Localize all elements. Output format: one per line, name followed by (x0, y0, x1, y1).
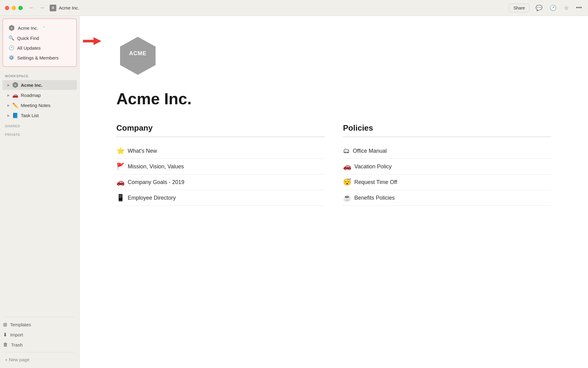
svg-text:ACME: ACME (129, 50, 147, 56)
benefits-policies-link[interactable]: ☕ Benefits Policies (343, 190, 551, 206)
company-column: Company ⭐ What's New 🚩 Mission, Vision, … (116, 123, 325, 206)
sidebar-top-menu: A Acme Inc. ⌃ 🔍 Quick Find 🕐 All Updates… (2, 18, 77, 67)
meeting-notes-label: Meeting Notes (21, 103, 51, 108)
task-list-label: Task List (21, 113, 39, 118)
page-title: Acme Inc. (116, 90, 551, 108)
vacation-policy-emoji: 🚗 (343, 163, 351, 171)
chevron-icon: ▶ (7, 83, 10, 87)
import-label: Import (10, 332, 23, 337)
request-time-off-label: Request Time Off (354, 179, 397, 186)
chevron-icon: ▶ (7, 104, 10, 107)
quick-find-label: Quick Find (17, 36, 39, 41)
employee-directory-label: Employee Directory (128, 195, 176, 201)
quick-find-item[interactable]: 🔍 Quick Find (6, 33, 74, 43)
whats-new-emoji: ⭐ (116, 147, 125, 155)
chevron-icon: ▶ (7, 94, 10, 97)
forward-button[interactable]: → (38, 3, 46, 12)
window-controls (5, 6, 23, 10)
minimize-button[interactable] (12, 6, 16, 10)
import-icon: ⬇ (3, 332, 7, 338)
roadmap-emoji: 🚗 (12, 92, 18, 98)
page-logo-area: ACME (116, 34, 551, 77)
maximize-button[interactable] (18, 6, 23, 10)
company-goals-link[interactable]: 🚗 Company Goals - 2019 (116, 174, 325, 190)
main-content: ACME Acme Inc. Company ⭐ What's New 🚩 Mi… (80, 16, 588, 368)
whats-new-label: What's New (128, 148, 157, 154)
mission-link[interactable]: 🚩 Mission, Vision, Values (116, 159, 325, 174)
office-manual-label: Office Manual (353, 148, 387, 154)
sidebar-item-roadmap[interactable]: ▶ 🚗 Roadmap (2, 90, 77, 100)
workspace-icon: A (50, 5, 56, 11)
new-page-button[interactable]: + New page (0, 355, 79, 364)
company-goals-emoji: 🚗 (116, 178, 125, 186)
request-time-off-emoji: 😴 (343, 178, 351, 186)
employee-directory-emoji: 📱 (116, 194, 125, 202)
app-body: A Acme Inc. ⌃ 🔍 Quick Find 🕐 All Updates… (0, 16, 588, 368)
chevron-icon: ▶ (7, 114, 10, 117)
star-icon[interactable]: ☆ (563, 3, 570, 13)
company-goals-label: Company Goals - 2019 (128, 179, 184, 186)
policies-heading: Policies (343, 123, 551, 137)
office-manual-emoji: 🗂 (343, 147, 350, 155)
sidebar-divider (5, 317, 74, 317)
acme-inc-label: Acme Inc. (21, 82, 43, 88)
back-button[interactable]: ← (28, 3, 36, 12)
workspace-icon-small: A (9, 25, 15, 31)
workspace-header: WORKSPACE (0, 69, 79, 80)
content-columns: Company ⭐ What's New 🚩 Mission, Vision, … (116, 123, 551, 206)
history-icon[interactable]: 🕐 (548, 3, 558, 13)
request-time-off-link[interactable]: 😴 Request Time Off (343, 174, 551, 190)
comment-icon[interactable]: 💬 (534, 3, 544, 13)
breadcrumb-title: Acme Inc. (59, 5, 79, 10)
settings-item[interactable]: ⚙️ Settings & Members (6, 53, 74, 63)
sidebar-item-acme-inc[interactable]: ▶ A Acme Inc. (2, 80, 77, 90)
settings-icon: ⚙️ (9, 55, 14, 60)
employee-directory-link[interactable]: 📱 Employee Directory (116, 190, 325, 206)
more-icon[interactable]: ••• (575, 3, 583, 12)
settings-label: Settings & Members (17, 55, 58, 60)
trash-icon: 🗑 (3, 342, 8, 347)
workspace-selector[interactable]: A Acme Inc. ⌃ (6, 23, 74, 33)
acme-page-icon: A (12, 82, 18, 88)
roadmap-label: Roadmap (21, 93, 41, 98)
close-button[interactable] (5, 6, 9, 10)
vacation-policy-link[interactable]: 🚗 Vacation Policy (343, 159, 551, 174)
benefits-policies-label: Benefits Policies (354, 195, 395, 201)
whats-new-link[interactable]: ⭐ What's New (116, 143, 325, 159)
sidebar-divider-2 (5, 352, 74, 352)
all-updates-label: All Updates (17, 45, 41, 51)
search-icon: 🔍 (9, 35, 14, 41)
workspace-chevron: ⌃ (43, 26, 46, 30)
breadcrumb: A Acme Inc. (50, 5, 509, 11)
red-arrow-annotation (83, 37, 101, 45)
nav-arrows: ← → (28, 3, 46, 12)
trash-item[interactable]: 🗑 Trash (0, 340, 79, 350)
titlebar-actions: Share 💬 🕐 ☆ ••• (509, 3, 583, 13)
all-updates-item[interactable]: 🕐 All Updates (6, 43, 74, 53)
benefits-policies-emoji: ☕ (343, 194, 351, 202)
svg-marker-0 (83, 37, 101, 45)
office-manual-link[interactable]: 🗂 Office Manual (343, 143, 551, 159)
private-header: PRIVATE (0, 129, 79, 138)
policies-column: Policies 🗂 Office Manual 🚗 Vacation Poli… (343, 123, 551, 206)
titlebar: ← → A Acme Inc. Share 💬 🕐 ☆ ••• (0, 0, 588, 16)
import-item[interactable]: ⬇ Import (0, 330, 79, 340)
shared-header: SHARED (0, 121, 79, 129)
mission-emoji: 🚩 (116, 163, 125, 171)
templates-icon: ⊞ (3, 322, 7, 328)
sidebar: A Acme Inc. ⌃ 🔍 Quick Find 🕐 All Updates… (0, 16, 80, 368)
templates-item[interactable]: ⊞ Templates (0, 320, 79, 330)
company-heading: Company (116, 123, 325, 137)
sidebar-item-meeting-notes[interactable]: ▶ ✏️ Meeting Notes (2, 101, 77, 110)
task-list-emoji: 📘 (12, 113, 18, 118)
mission-label: Mission, Vision, Values (128, 163, 184, 170)
meeting-notes-emoji: ✏️ (12, 102, 18, 108)
acme-logo: ACME (116, 34, 159, 77)
share-button[interactable]: Share (509, 4, 530, 12)
workspace-name: Acme Inc. (18, 25, 38, 31)
vacation-policy-label: Vacation Policy (354, 163, 392, 170)
sidebar-item-task-list[interactable]: ▶ 📘 Task List (2, 111, 77, 120)
templates-label: Templates (10, 322, 31, 327)
trash-label: Trash (11, 342, 23, 347)
updates-icon: 🕐 (9, 45, 14, 51)
